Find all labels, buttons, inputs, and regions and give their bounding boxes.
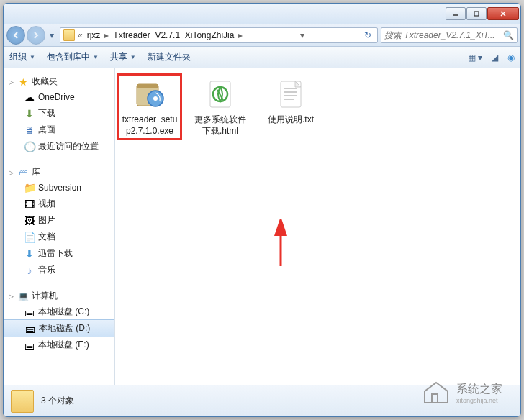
breadcrumb-dropdown[interactable]: ▾ — [300, 30, 304, 40]
expand-icon: ▷ — [8, 169, 14, 175]
drive-icon: 🖴 — [24, 306, 35, 318]
libraries-header[interactable]: ▷ 🗃 库 — [4, 165, 114, 180]
breadcrumb-item[interactable]: Txtreader_V2.7.1_XiTongZhiJia — [112, 30, 235, 40]
new-folder-button[interactable]: 新建文件夹 — [148, 51, 191, 63]
help-button[interactable]: ◉ — [507, 52, 515, 63]
share-menu[interactable]: 共享▼ — [110, 51, 136, 63]
organize-menu[interactable]: 组织▼ — [9, 51, 35, 63]
addressbar: ▾ « rjxz ▸ Txtreader_V2.7.1_XiTongZhiJia… — [4, 24, 520, 47]
breadcrumb[interactable]: « rjxz ▸ Txtreader_V2.7.1_XiTongZhiJia ▸… — [60, 27, 378, 43]
recent-icon: 🕘 — [24, 141, 35, 152]
chevron-right-icon[interactable]: ▸ — [238, 30, 243, 40]
expand-icon: ▷ — [8, 293, 14, 299]
nav-history-dropdown[interactable]: ▾ — [47, 30, 57, 40]
favorites-header[interactable]: ▷ ★ 收藏夹 — [4, 74, 114, 89]
close-button[interactable] — [487, 7, 519, 20]
star-icon: ★ — [17, 76, 29, 88]
chevron-right-icon[interactable]: ▸ — [104, 30, 109, 40]
include-label: 包含到库中 — [47, 51, 90, 63]
explorer-window: ▾ « rjxz ▸ Txtreader_V2.7.1_XiTongZhiJia… — [3, 3, 521, 417]
sidebar-item-drive-c[interactable]: 🖴本地磁盘 (C:) — [4, 303, 114, 320]
sidebar-item-music[interactable]: ♪音乐 — [4, 262, 114, 278]
share-label: 共享 — [110, 51, 127, 63]
minimize-button[interactable] — [446, 7, 466, 20]
file-item-html[interactable]: 更多系统软件下载.html — [191, 77, 249, 137]
file-label: 更多系统软件下载.html — [191, 114, 249, 137]
computer-header[interactable]: ▷ 💻 计算机 — [4, 288, 114, 303]
sidebar-item-desktop[interactable]: 🖥桌面 — [4, 122, 114, 138]
search-icon[interactable]: 🔍 — [503, 30, 514, 40]
search-input[interactable] — [384, 30, 500, 40]
navigation-pane: ▷ ★ 收藏夹 ☁OneDrive ⬇下载 🖥桌面 🕘最近访问的位置 ▷ 🗃 库… — [4, 68, 115, 385]
installer-icon — [132, 77, 167, 111]
window-controls — [446, 7, 519, 20]
desktop-icon: 🖥 — [24, 124, 35, 136]
newfolder-label: 新建文件夹 — [148, 51, 191, 63]
sidebar-item-documents[interactable]: 📄文档 — [4, 229, 114, 245]
sidebar-item-pictures[interactable]: 🖼图片 — [4, 212, 114, 229]
files-pane[interactable]: txtreader_setup2.7.1.0.exe 更多系统软件下载.html — [115, 68, 520, 385]
preview-pane-button[interactable]: ◪ — [491, 52, 499, 63]
svg-point-7 — [153, 96, 158, 101]
drive-icon: 🖴 — [24, 323, 36, 334]
sidebar-item-thunder[interactable]: ⬇迅雷下载 — [4, 245, 114, 262]
toolbar-right: ▦ ▾ ◪ ◉ — [468, 52, 515, 63]
statusbar: 3 个对象 — [4, 385, 520, 416]
nav-buttons: ▾ — [6, 26, 57, 45]
sidebar-item-recent[interactable]: 🕘最近访问的位置 — [4, 138, 114, 155]
view-options-button[interactable]: ▦ ▾ — [468, 52, 482, 63]
refresh-button[interactable]: ↻ — [361, 30, 374, 40]
expand-icon: ▷ — [8, 78, 14, 85]
toolbar: 组织▼ 包含到库中▼ 共享▼ 新建文件夹 ▦ ▾ ◪ ◉ — [4, 47, 520, 68]
chevron-down-icon: ▼ — [130, 54, 136, 60]
library-icon: 🗃 — [17, 167, 29, 178]
file-item-txt[interactable]: 使用说明.txt — [262, 77, 320, 126]
sidebar-item-drive-e[interactable]: 🖴本地磁盘 (E:) — [4, 337, 114, 353]
computer-label: 计算机 — [32, 290, 58, 302]
svg-rect-1 — [474, 12, 479, 16]
sidebar-item-drive-d[interactable]: 🖴本地磁盘 (D:) — [4, 319, 114, 337]
download-icon: ⬇ — [24, 108, 35, 119]
sidebar-item-videos[interactable]: 🎞视频 — [4, 196, 114, 212]
nav-forward-button[interactable] — [27, 26, 45, 45]
searchbox: 🔍 — [381, 27, 518, 43]
include-in-library-menu[interactable]: 包含到库中▼ — [47, 51, 99, 63]
computer-icon: 💻 — [17, 291, 29, 302]
sidebar-item-subversion[interactable]: 📁Subversion — [4, 180, 114, 196]
documents-icon: 📄 — [24, 232, 35, 243]
favorites-label: 收藏夹 — [32, 76, 58, 88]
status-text: 3 个对象 — [41, 395, 74, 407]
html-icon — [203, 77, 238, 111]
favorites-section: ▷ ★ 收藏夹 ☁OneDrive ⬇下载 🖥桌面 🕘最近访问的位置 — [4, 74, 114, 155]
maximize-button[interactable] — [466, 7, 487, 20]
txt-icon — [274, 77, 308, 111]
libraries-section: ▷ 🗃 库 📁Subversion 🎞视频 🖼图片 📄文档 ⬇迅雷下载 ♪音乐 — [4, 165, 114, 278]
pictures-icon: 🖼 — [24, 215, 35, 227]
computer-section: ▷ 💻 计算机 🖴本地磁盘 (C:) 🖴本地磁盘 (D:) 🖴本地磁盘 (E:) — [4, 288, 114, 353]
thunder-icon: ⬇ — [24, 248, 35, 260]
drive-icon: 🖴 — [24, 339, 35, 351]
chevron-down-icon: ▼ — [30, 54, 35, 60]
folder-icon — [11, 390, 34, 413]
cloud-icon: ☁ — [24, 91, 35, 103]
svg-rect-5 — [137, 84, 158, 88]
svn-icon: 📁 — [24, 182, 35, 193]
sidebar-item-downloads[interactable]: ⬇下载 — [4, 105, 114, 122]
libraries-label: 库 — [32, 166, 40, 178]
breadcrumb-item[interactable]: rjxz — [86, 30, 102, 40]
breadcrumb-prefix[interactable]: « — [78, 30, 83, 40]
music-icon: ♪ — [24, 265, 35, 276]
file-item-installer[interactable]: txtreader_setup2.7.1.0.exe — [121, 77, 179, 137]
organize-label: 组织 — [9, 51, 27, 63]
file-label: 使用说明.txt — [268, 114, 314, 126]
titlebar — [4, 4, 520, 24]
file-label: txtreader_setup2.7.1.0.exe — [121, 114, 179, 137]
sidebar-item-onedrive[interactable]: ☁OneDrive — [4, 89, 114, 105]
nav-back-button[interactable] — [6, 26, 25, 45]
content-area: ▷ ★ 收藏夹 ☁OneDrive ⬇下载 🖥桌面 🕘最近访问的位置 ▷ 🗃 库… — [4, 68, 520, 385]
video-icon: 🎞 — [24, 198, 35, 210]
files-grid: txtreader_setup2.7.1.0.exe 更多系统软件下载.html — [115, 68, 520, 145]
chevron-down-icon: ▼ — [93, 54, 99, 60]
folder-icon — [63, 29, 75, 41]
annotation-arrow — [270, 219, 292, 270]
